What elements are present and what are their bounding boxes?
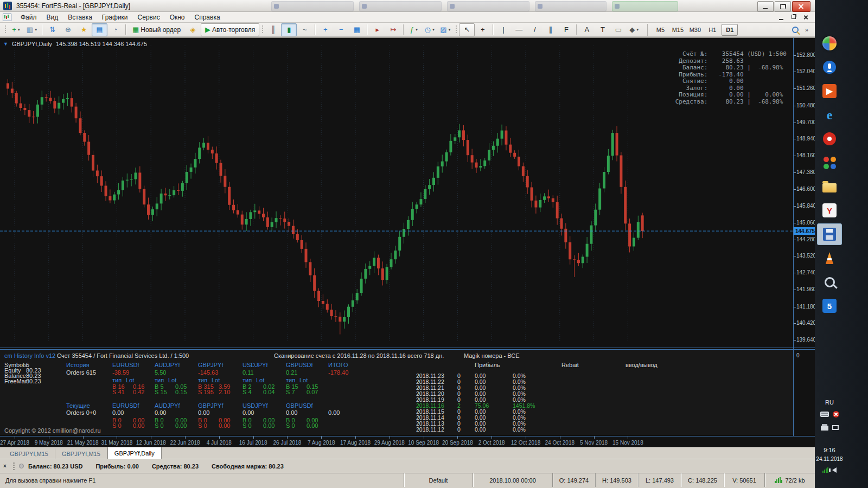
- data-window-button[interactable]: ⊕: [60, 23, 76, 36]
- history-title: История: [66, 362, 90, 368]
- trade-bar-grip[interactable]: [13, 463, 15, 470]
- language-indicator[interactable]: RU: [815, 399, 844, 406]
- toolbar-grip[interactable]: [455, 25, 457, 34]
- tray-chart-icon[interactable]: [822, 467, 828, 473]
- cursor-button[interactable]: ↖: [459, 23, 475, 36]
- price-axis[interactable]: 152.800152.040151.260150.480149.700148.9…: [793, 38, 815, 436]
- chart-tab-2[interactable]: GBPJPYf,M15: [55, 448, 107, 459]
- toolbar-overflow-icon[interactable]: »: [805, 27, 808, 33]
- metaeditor-button[interactable]: ◈: [185, 23, 201, 36]
- crosshair-button[interactable]: +: [475, 23, 490, 36]
- new-order-button[interactable]: ▦Новый ордер: [128, 23, 185, 36]
- text-icon: A: [585, 26, 590, 33]
- menu-item-4[interactable]: Графики: [97, 12, 133, 22]
- navigator-button[interactable]: ★: [76, 23, 92, 36]
- horizontal-line-button[interactable]: —: [511, 23, 527, 36]
- menu-item-6[interactable]: Окно: [165, 12, 190, 22]
- navigator-icon: ★: [81, 26, 87, 33]
- menu-item-1[interactable]: Файл: [16, 12, 42, 22]
- equidistant-channel-button[interactable]: ∥: [542, 23, 558, 36]
- media-player-app-icon[interactable]: ▶: [817, 80, 842, 102]
- trade-bar-close-button[interactable]: ×: [3, 463, 9, 469]
- title-bar[interactable]: 355454: FortFS-Real - [GBPJPYf,Daily]: [0, 0, 815, 12]
- restore-button[interactable]: [775, 1, 791, 12]
- menu-item-2[interactable]: Вид: [42, 12, 63, 22]
- zoom-out-button[interactable]: −: [333, 23, 349, 36]
- timeframe-m30-button[interactable]: M30: [687, 24, 703, 36]
- tray-alert-icon[interactable]: [833, 411, 839, 418]
- tile-windows-button[interactable]: ▦: [349, 23, 365, 36]
- chart-plot-area[interactable]: ▼ GBPJPYf,Daily 145.398 145.519 144.346 …: [0, 38, 793, 436]
- minimize-button[interactable]: [757, 1, 774, 12]
- blue-app-icon[interactable]: 5: [817, 295, 842, 317]
- toolbar-grip[interactable]: [4, 25, 7, 34]
- fibonacci-retracement-button[interactable]: F: [558, 23, 574, 36]
- tray-network-icon[interactable]: [832, 425, 839, 430]
- bar-chart-button[interactable]: ║: [265, 23, 281, 36]
- chart-tab-1[interactable]: GBPJPYf,M15: [3, 448, 55, 459]
- terminal-button[interactable]: ▤: [92, 23, 107, 36]
- yandex-app-icon[interactable]: Y: [817, 200, 842, 221]
- timeframe-m5-button[interactable]: M5: [652, 24, 668, 36]
- trendline-button[interactable]: /: [527, 23, 542, 36]
- periods-button[interactable]: ◷▾: [422, 23, 437, 36]
- subwindow-separator[interactable]: [0, 348, 815, 348]
- metatrader-taskbar-icon[interactable]: [817, 223, 842, 245]
- menu-item-7[interactable]: Справка: [190, 12, 225, 22]
- close-button[interactable]: [792, 1, 810, 12]
- red-app-icon[interactable]: [817, 128, 842, 150]
- text-label-icon: T: [601, 26, 605, 33]
- tray-keyboard-icon[interactable]: [820, 412, 829, 417]
- date-axis[interactable]: 27 Apr 20189 May 201821 May 201831 May 2…: [0, 436, 815, 447]
- menu-item-3[interactable]: Вставка: [63, 12, 97, 22]
- autotrading-button[interactable]: ▶Авто-торговля: [201, 23, 259, 36]
- taskbar-date[interactable]: 24.11.2018: [815, 456, 844, 462]
- timeframe-m15-button[interactable]: M15: [669, 24, 686, 36]
- price-axis-label: 140.420: [796, 320, 816, 326]
- vertical-line-button[interactable]: |: [495, 23, 511, 36]
- folder-icon[interactable]: [817, 176, 842, 197]
- timeframe-h1-button[interactable]: H1: [704, 24, 720, 36]
- line-chart-icon: ~: [303, 26, 307, 33]
- toolbar-grip[interactable]: [261, 25, 264, 34]
- mdi-restore-button[interactable]: [788, 13, 799, 22]
- mdi-minimize-button[interactable]: [776, 13, 787, 22]
- profiles-button[interactable]: ▥▾: [24, 23, 40, 36]
- menu-item-5[interactable]: Сервис: [133, 12, 165, 22]
- tray-printer-icon[interactable]: [821, 426, 828, 431]
- text-label-button[interactable]: T: [595, 23, 610, 36]
- search-app-icon[interactable]: [817, 271, 842, 293]
- start-button[interactable]: [817, 33, 842, 54]
- tray-volume-icon[interactable]: [832, 467, 837, 473]
- indicators-list-button[interactable]: ƒ▾: [406, 23, 422, 36]
- price-axis-tick: [794, 307, 796, 307]
- one-click-arrow-icon[interactable]: ▼: [3, 41, 8, 47]
- arrows-button[interactable]: ◆▾: [626, 23, 642, 36]
- timeframe-d1-button[interactable]: D1: [722, 24, 738, 36]
- rectangle-button[interactable]: ▭: [610, 23, 626, 36]
- search-icon[interactable]: [792, 27, 799, 33]
- mdi-close-button[interactable]: [801, 13, 812, 22]
- price-axis-label: 143.520: [796, 253, 816, 259]
- chart-shift-button[interactable]: ↦: [385, 23, 401, 36]
- chart-tab-3[interactable]: GBPJPYf,Daily: [107, 447, 162, 459]
- chart-window-icon: [3, 14, 11, 21]
- strategy-tester-button[interactable]: ◔: [107, 23, 123, 36]
- candlestick-chart-button[interactable]: ▮: [281, 23, 297, 36]
- templates-button[interactable]: ▨▾: [437, 23, 453, 36]
- line-chart-button[interactable]: ~: [297, 23, 312, 36]
- new-chart-button[interactable]: +▾: [8, 23, 24, 36]
- date-axis-label: 16 Jul 2018: [234, 440, 272, 446]
- microphone-app-icon[interactable]: [817, 56, 842, 78]
- text-button[interactable]: A: [579, 23, 595, 36]
- zoom-in-button[interactable]: +: [317, 23, 333, 36]
- dropdown-arrow-icon: ▾: [432, 27, 435, 32]
- auto-scroll-button[interactable]: ▸: [369, 23, 385, 36]
- market-watch-button[interactable]: ⇅: [44, 23, 60, 36]
- colored-dots-app-icon[interactable]: [817, 152, 842, 174]
- vlc-app-icon[interactable]: [817, 247, 842, 269]
- taskbar-clock[interactable]: 9:16: [815, 447, 844, 453]
- internet-explorer-icon[interactable]: e: [817, 104, 842, 126]
- current-title: Текущие: [66, 403, 90, 409]
- connection-dot-icon: [19, 464, 24, 468]
